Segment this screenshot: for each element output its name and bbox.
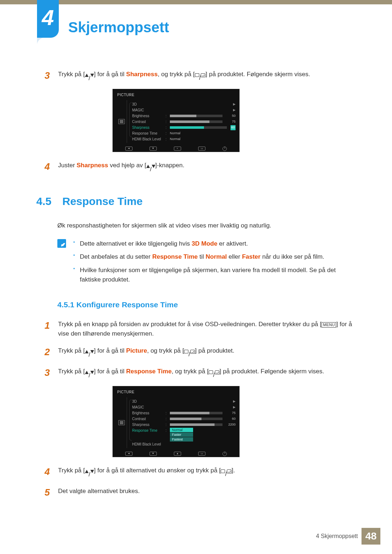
up-down-icon: / <box>85 74 94 83</box>
osd-option: Faster <box>170 432 193 437</box>
step-text: Det valgte alternativet brukes. <box>58 485 356 500</box>
osd-slider <box>170 126 227 129</box>
osd-value: 75 <box>226 411 236 416</box>
osd-footer: ◄ ▼ ▲ ▭ <box>117 450 236 456</box>
osd-option: Normal <box>170 428 193 432</box>
t: ] på produktet. Følgende skjerm vises. <box>220 368 324 375</box>
osd-row: 3D▶ <box>132 102 236 107</box>
t: Trykk på [ <box>58 467 85 474</box>
step-row: 4 Juster Sharpness ved hjelp av [/]-knap… <box>36 159 356 174</box>
osd-btn-left-icon: ◄ <box>125 452 132 456</box>
osd-slider <box>170 412 222 414</box>
osd-row: Brightness:75 <box>132 410 236 416</box>
osd-row: 3D▶ <box>132 399 236 405</box>
osd-panel: PICTURE 3D▶MAGIC▶Brightness:50Contrast:7… <box>113 89 240 152</box>
osd-screenshot-2: PICTURE 3D▶MAGIC▶Brightness:75Contrast:6… <box>113 386 356 457</box>
t: ]-knappen. <box>155 162 184 169</box>
osd-row-label: Response Time <box>132 428 163 434</box>
up-down-icon: / <box>146 165 155 174</box>
t: Trykk på [ <box>58 368 85 375</box>
osd-btn-down-icon: ▼ <box>150 452 157 456</box>
osd-row: Response Time:NormalFasterFastest <box>132 428 236 442</box>
t: , og trykk på [ <box>147 347 184 354</box>
osd-row-label: HDMI Black Level <box>132 442 163 447</box>
step-row: 1 Trykk på en knapp på forsiden av produ… <box>36 318 356 339</box>
step-row: 3 Trykk på [/] for å gå til Sharpness, o… <box>36 68 356 83</box>
osd-value: 2200 <box>226 422 236 427</box>
chapter-title: Skjermoppsett <box>68 16 169 38</box>
osd-row-label: Response Time <box>132 131 163 136</box>
step-row: 5 Det valgte alternativet brukes. <box>36 485 356 500</box>
osd-row-label: MAGIC <box>132 405 163 410</box>
osd-footer: ◄ ▼ ＋ ▭ <box>117 145 236 151</box>
osd-row-label: HDMI Black Level <box>132 136 163 142</box>
osd-row-label: MAGIC <box>132 107 163 113</box>
osd-value: 75 <box>226 119 236 124</box>
t: ] på produktet. Følgende skjerm vises. <box>205 71 310 78</box>
osd-row-label: Brightness <box>132 113 163 119</box>
keyword: Response Time <box>126 368 172 375</box>
select-return-icon: / <box>184 350 195 359</box>
t: Juster <box>58 162 77 169</box>
osd-btn-down-icon: ▼ <box>150 147 157 151</box>
osd-row-label: 3D <box>132 102 163 107</box>
osd-slider <box>170 423 222 426</box>
step-number: 1 <box>36 318 58 339</box>
keyword: Normal <box>205 253 227 260</box>
footer-label: 4 Skjermoppsett <box>316 532 358 541</box>
osd-btn-up-icon: ▲ <box>174 452 181 456</box>
osd-panel: PICTURE 3D▶MAGIC▶Brightness:75Contrast:6… <box>113 386 240 457</box>
t: ] for å gå til <box>94 347 126 354</box>
chevron-right-icon: ▶ <box>233 102 236 107</box>
keyword: Sharpness <box>77 162 108 169</box>
t: ] for å gå til <box>94 368 126 375</box>
note-item: Det anbefales at du setter Response Time… <box>73 252 356 262</box>
osd-value: 60 <box>226 416 236 422</box>
t: Trykk på [ <box>58 347 85 354</box>
osd-row: Brightness:50 <box>132 113 236 119</box>
chapter-tab: 4 <box>37 0 59 38</box>
t: Trykk på en knapp på forsiden av produkt… <box>58 321 322 328</box>
osd-row: Contrast:60 <box>132 416 236 422</box>
section-number: 4.5 <box>36 193 52 210</box>
osd-header: PICTURE <box>117 91 236 100</box>
step-text: Trykk på en knapp på forsiden av produkt… <box>58 318 356 339</box>
osd-option: Fastest <box>170 437 193 442</box>
step-row: 2 Trykk på [/] for å gå til Picture, og … <box>36 345 356 360</box>
t: ] for å gå til <box>94 71 126 78</box>
page-footer: 4 Skjermoppsett 48 <box>316 528 380 545</box>
osd-value: 60 <box>230 125 236 130</box>
osd-value: 50 <box>226 114 236 119</box>
chevron-right-icon: ▶ <box>233 399 236 404</box>
t: ] for å gå til alternativet du ønsker og… <box>94 467 221 474</box>
osd-btn-menu-icon: ▭ <box>198 452 205 456</box>
note-icon <box>57 239 66 248</box>
keyword: 3D Mode <box>192 240 217 247</box>
step-row: 3 Trykk på [/] for å gå til Response Tim… <box>36 365 356 380</box>
t: ved hjelp av [ <box>108 162 146 169</box>
note-block: Dette alternativet er ikke tilgjengelig … <box>57 239 356 288</box>
osd-slider <box>170 418 222 420</box>
osd-side-icon <box>117 100 127 143</box>
chevron-right-icon: ▶ <box>233 108 236 113</box>
osd-value: Normal <box>170 137 236 142</box>
note-item: Dette alternativet er ikke tilgjengelig … <box>73 239 356 249</box>
section-heading: 4.5 Response Time <box>36 193 356 210</box>
chevron-right-icon: ▶ <box>233 405 236 410</box>
step-number: 5 <box>36 485 58 500</box>
osd-side-icon <box>117 397 127 448</box>
step-text: Trykk på [/] for å gå til Sharpness, og … <box>58 68 356 83</box>
osd-row: Contrast:75 <box>132 119 236 125</box>
osd-row-label: Contrast <box>132 119 163 125</box>
up-down-icon: / <box>85 470 94 479</box>
osd-list: 3D▶MAGIC▶Brightness:75Contrast:60Sharpne… <box>127 397 236 448</box>
t: eller <box>227 253 242 260</box>
step-number: 3 <box>36 68 58 83</box>
osd-row: MAGIC▶ <box>132 405 236 410</box>
osd-row: Sharpness:60 <box>132 125 236 131</box>
keyword: Picture <box>126 347 147 354</box>
t: ]. <box>232 467 235 474</box>
up-down-icon: / <box>85 350 94 360</box>
osd-row-label: Contrast <box>132 416 163 422</box>
osd-slider <box>170 120 222 123</box>
